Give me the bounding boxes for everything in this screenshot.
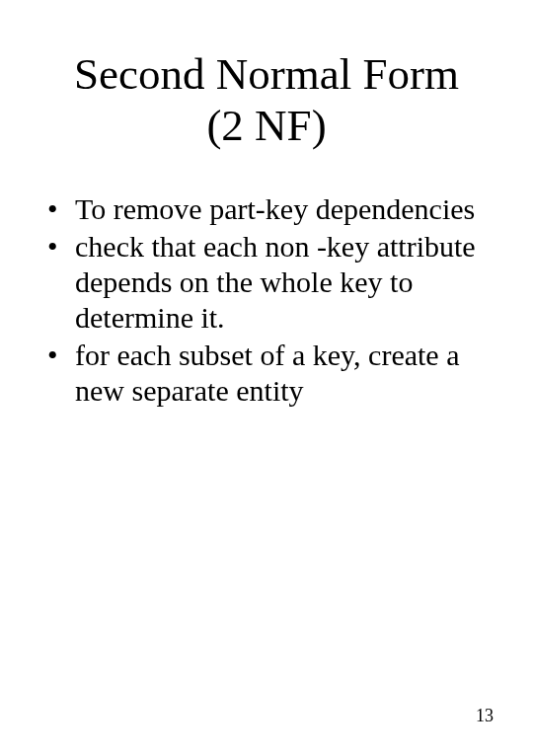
- list-item: To remove part-key dependencies: [39, 191, 494, 227]
- bullet-list: To remove part-key dependencies check th…: [39, 191, 494, 409]
- slide-title: Second Normal Form (2 NF): [39, 49, 494, 152]
- list-item: check that each non -key attribute depen…: [39, 229, 494, 336]
- title-line-2: (2 NF): [206, 101, 326, 150]
- title-line-1: Second Normal Form: [74, 49, 459, 99]
- list-item: for each subset of a key, create a new s…: [39, 338, 494, 409]
- slide: Second Normal Form (2 NF) To remove part…: [0, 0, 533, 756]
- bullet-text: check that each non -key attribute depen…: [75, 230, 476, 334]
- page-number: 13: [476, 706, 494, 726]
- bullet-text: for each subset of a key, create a new s…: [75, 339, 460, 407]
- bullet-text: To remove part-key dependencies: [75, 192, 475, 225]
